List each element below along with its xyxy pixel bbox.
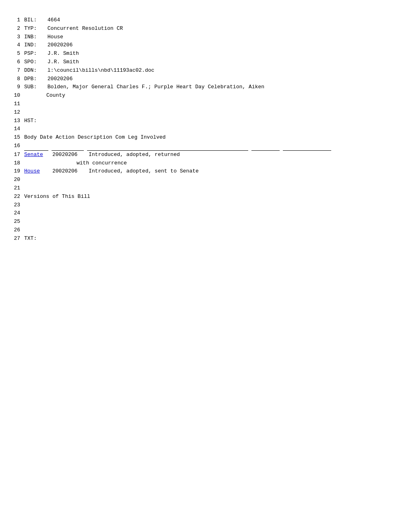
hist-col-com: Com	[115, 134, 125, 140]
line-3: 3 INB: House	[8, 33, 403, 42]
hist-col-date: Date	[40, 134, 52, 140]
line-6: 6 SPO: J.R. Smith	[8, 58, 403, 66]
line-8: 8 DPB: 20020206	[8, 75, 403, 83]
hist-body-senate: Senate	[24, 151, 52, 159]
line-content	[24, 108, 403, 117]
hist-row-senate: Senate 20020206 Introduced, adopted, ret…	[24, 151, 403, 159]
line-number: 27	[8, 235, 20, 243]
hist-divider	[24, 142, 403, 151]
line-number: 26	[8, 226, 20, 235]
field-value-dpb: 20020206	[48, 76, 73, 82]
line-content: TYP: Concurrent Resolution CR	[24, 25, 403, 33]
line-number: 12	[8, 108, 20, 117]
field-label-sub: SUB:	[24, 83, 44, 91]
line-number: 19	[8, 167, 20, 176]
line-number: 6	[8, 58, 20, 66]
line-number: 3	[8, 33, 20, 42]
line-4: 4 IND: 20020206	[8, 41, 403, 50]
field-value-ind: 20020206	[48, 42, 73, 48]
line-content: SUB: Bolden, Major General Charles F.; P…	[24, 83, 403, 91]
hist-row-senate-cont: with concurrence	[24, 159, 403, 168]
line-11: 11	[8, 100, 403, 108]
field-label-typ: TYP:	[24, 25, 44, 33]
line-number: 9	[8, 83, 20, 91]
line-number: 7	[8, 66, 20, 75]
line-content: DPB: 20020206	[24, 75, 403, 83]
line-19: 19 House 20020206 Introduced, adopted, s…	[8, 167, 403, 176]
line-10: 10 County	[8, 91, 403, 100]
hist-date-house: 20020206	[52, 167, 89, 176]
field-label-psp: PSP:	[24, 50, 44, 58]
line-number: 14	[8, 125, 20, 133]
hist-col-body: Body	[24, 134, 37, 140]
field-label-inb: INB:	[24, 33, 44, 42]
field-value-bil: 4664	[48, 17, 60, 23]
sub-continuation: County	[24, 92, 65, 98]
field-value-typ: Concurrent Resolution CR	[48, 25, 123, 31]
line-content: SPO: J.R. Smith	[24, 58, 403, 66]
field-value-sub: Bolden, Major General Charles F.; Purple…	[48, 84, 264, 90]
hist-col-leg: Leg Involved	[128, 134, 166, 140]
hist-action-house: Introduced, adopted, sent to Senate	[89, 167, 199, 176]
line-content: INB: House	[24, 33, 403, 42]
line-content: DDN: l:\council\bills\nbd\11193ac02.doc	[24, 66, 403, 75]
line-number: 20	[8, 176, 20, 184]
line-number: 24	[8, 209, 20, 218]
line-15: 15 Body Date Action Description Com Leg …	[8, 133, 403, 142]
line-number: 1	[8, 16, 20, 25]
line-content: PSP: J.R. Smith	[24, 50, 403, 58]
line-9: 9 SUB: Bolden, Major General Charles F.;…	[8, 83, 403, 91]
line-number: 11	[8, 100, 20, 108]
line-1: 1 BIL: 4664	[8, 16, 403, 25]
field-label-dpb: DPB:	[24, 75, 44, 83]
line-12: 12	[8, 108, 403, 117]
line-content	[24, 226, 403, 235]
line-content: County	[24, 91, 403, 100]
line-number: 22	[8, 193, 20, 201]
line-content	[24, 184, 403, 193]
line-number: 2	[8, 25, 20, 33]
field-label-ddn: DDN:	[24, 66, 44, 75]
line-number: 5	[8, 50, 20, 58]
line-content	[24, 100, 403, 108]
line-21: 21	[8, 184, 403, 193]
line-24: 24	[8, 209, 403, 218]
hist-body-house: House	[24, 167, 52, 176]
line-number: 8	[8, 75, 20, 83]
line-number: 13	[8, 117, 20, 125]
field-label-bil: BIL:	[24, 16, 44, 25]
hist-action-senate-cont: with concurrence	[77, 160, 127, 166]
hist-action-senate: Introduced, adopted, returned	[89, 151, 180, 159]
field-label-txt: TXT:	[24, 235, 44, 243]
line-2: 2 TYP: Concurrent Resolution CR	[8, 25, 403, 33]
line-number: 10	[8, 91, 20, 100]
field-label-hst: HST:	[24, 117, 44, 125]
line-25: 25	[8, 218, 403, 226]
line-22: 22 Versions of This Bill	[8, 193, 403, 201]
field-value-ddn: l:\council\bills\nbd\11193ac02.doc	[48, 67, 154, 73]
line-20: 20	[8, 176, 403, 184]
line-5: 5 PSP: J.R. Smith	[8, 50, 403, 58]
line-content	[24, 176, 403, 184]
field-label-ind: IND:	[24, 41, 44, 50]
line-number: 16	[8, 142, 20, 150]
field-value-psp: J.R. Smith	[48, 50, 79, 56]
hist-header-row: Body Date Action Description Com Leg Inv…	[24, 133, 403, 142]
line-content	[24, 209, 403, 218]
line-26: 26	[8, 226, 403, 235]
line-7: 7 DDN: l:\council\bills\nbd\11193ac02.do…	[8, 66, 403, 75]
hist-col-action: Action Description	[56, 134, 112, 140]
line-27: 27 TXT:	[8, 235, 403, 243]
line-content	[24, 218, 403, 226]
line-number: 15	[8, 133, 20, 142]
line-content	[24, 201, 403, 210]
line-number: 18	[8, 159, 20, 168]
senate-link[interactable]: Senate	[24, 152, 43, 158]
line-content: TXT:	[24, 235, 403, 243]
house-link[interactable]: House	[24, 168, 40, 174]
line-number: 23	[8, 201, 20, 210]
line-content: HST:	[24, 117, 403, 125]
line-13: 13 HST:	[8, 117, 403, 125]
field-value-spo: J.R. Smith	[48, 59, 79, 65]
line-number: 17	[8, 151, 20, 159]
